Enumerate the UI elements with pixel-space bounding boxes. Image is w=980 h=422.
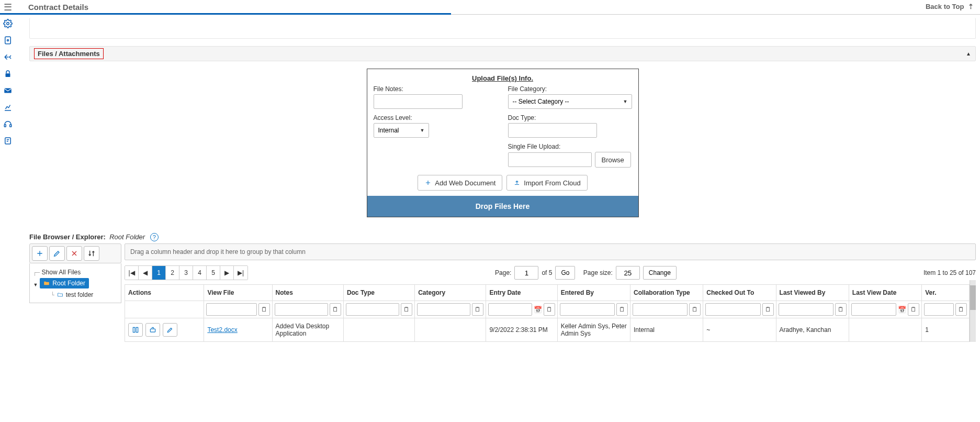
filter-icon[interactable]: 🗒 [330, 303, 341, 316]
pager-page-2[interactable]: 2 [166, 266, 179, 280]
pager-page-1[interactable]: 1 [152, 266, 166, 280]
col-category[interactable]: Category [415, 285, 486, 301]
file-link[interactable]: Test2.docx [207, 326, 237, 334]
col-notes[interactable]: Notes [272, 285, 343, 301]
file-category-select[interactable]: -- Select Category -- [508, 94, 632, 109]
pager: |◀ ◀ 1 2 3 4 5 ▶ ▶| [125, 265, 248, 280]
mail-icon[interactable] [3, 86, 13, 95]
single-file-input[interactable] [508, 152, 592, 167]
pager-first-button[interactable]: |◀ [125, 266, 139, 280]
tree-toolbar [29, 243, 121, 263]
col-doc-type[interactable]: Doc Type [343, 285, 414, 301]
single-file-label: Single File Upload: [508, 143, 632, 150]
filter-icon[interactable]: 🗒 [258, 303, 270, 316]
change-button[interactable]: Change [643, 266, 677, 280]
access-level-select[interactable]: Internal [374, 123, 429, 138]
doc-type-input[interactable] [508, 123, 597, 138]
vertical-scrollbar[interactable] [970, 280, 976, 342]
browse-button[interactable]: Browse [595, 152, 631, 168]
filter-icon[interactable]: 🗒 [762, 303, 774, 316]
filter-last-view-date[interactable] [851, 303, 896, 316]
help-icon[interactable]: ? [150, 233, 159, 241]
import-from-cloud-button[interactable]: Import From Cloud [506, 175, 587, 191]
col-entry-date[interactable]: Entry Date [486, 285, 557, 301]
collapse-icon[interactable]: ▲ [966, 51, 971, 57]
cell-checked-out: ~ [703, 318, 776, 342]
add-folder-button[interactable] [32, 246, 48, 261]
scrollbar-thumb[interactable] [970, 285, 976, 310]
col-checked-out[interactable]: Checked Out To [703, 285, 776, 301]
col-collab-type[interactable]: Collaboration Type [630, 285, 703, 301]
progress-bar [0, 13, 451, 15]
tree-connector: └ [51, 292, 54, 298]
add-web-document-button[interactable]: Add Web Document [418, 175, 502, 191]
filter-icon[interactable]: 🗒 [835, 303, 847, 316]
filter-doc-type[interactable] [346, 303, 399, 316]
edit-folder-button[interactable] [49, 246, 65, 261]
filter-icon[interactable]: 🗒 [401, 303, 412, 316]
page-label: Page: [495, 269, 511, 276]
filter-category[interactable] [417, 303, 470, 316]
drop-zone[interactable]: Drop Files Here [367, 196, 638, 217]
back-to-top-label: Back to Top [926, 3, 964, 10]
menu-icon[interactable]: ☰ [0, 2, 16, 13]
col-view-file[interactable]: View File [204, 285, 272, 301]
subfolder-label: test folder [66, 291, 94, 298]
row-view-button[interactable] [128, 323, 143, 337]
share-icon[interactable] [3, 52, 13, 62]
filter-last-viewed-by[interactable] [779, 303, 833, 316]
filter-entered-by[interactable] [560, 303, 615, 316]
filter-notes[interactable] [275, 303, 328, 316]
row-edit-button[interactable] [163, 323, 177, 337]
chart-icon[interactable] [3, 103, 13, 112]
tree-collapse-icon[interactable]: ▼ [33, 282, 38, 287]
sort-button[interactable] [84, 246, 99, 261]
col-last-viewed-by[interactable]: Last Viewed By [776, 285, 849, 301]
row-toolbox-button[interactable] [145, 323, 160, 337]
filter-view-file[interactable] [206, 303, 256, 316]
col-last-view-date[interactable]: Last View Date [849, 285, 921, 301]
filter-icon[interactable]: 🗒 [544, 303, 555, 316]
calendar-icon[interactable]: 📅 [898, 306, 906, 314]
page-size-input[interactable] [616, 266, 640, 280]
pager-prev-button[interactable]: ◀ [139, 266, 152, 280]
show-all-files-link[interactable]: Show All Files [42, 269, 81, 276]
go-button[interactable]: Go [555, 266, 575, 280]
pager-last-button[interactable]: ▶| [234, 266, 247, 280]
group-drop-bar[interactable]: Drag a column header and drop it here to… [125, 243, 976, 260]
lock-icon[interactable] [3, 69, 13, 79]
filter-ver[interactable] [924, 303, 954, 316]
filter-icon[interactable]: 🗒 [908, 303, 919, 316]
gear-icon[interactable] [3, 19, 13, 28]
col-ver[interactable]: Ver. [922, 285, 970, 301]
browser-current-folder: Root Folder [109, 233, 145, 241]
file-notes-label: File Notes: [374, 85, 498, 93]
filter-icon[interactable]: 🗒 [472, 303, 483, 316]
pager-page-3[interactable]: 3 [179, 266, 193, 280]
pager-page-4[interactable]: 4 [193, 266, 207, 280]
col-entered-by[interactable]: Entered By [557, 285, 630, 301]
filter-checked-out[interactable] [705, 303, 760, 316]
root-folder-node[interactable]: Root Folder [40, 278, 89, 288]
subfolder-node[interactable]: └ test folder [51, 291, 118, 298]
col-actions[interactable]: Actions [125, 285, 204, 301]
headset-icon[interactable] [3, 119, 13, 129]
delete-folder-button[interactable] [66, 246, 82, 261]
file-notes-input[interactable] [374, 94, 463, 109]
filter-icon[interactable]: 🗒 [689, 303, 701, 316]
filter-icon[interactable]: 🗒 [955, 303, 967, 316]
back-to-top-link[interactable]: Back to Top ⇡ [926, 3, 974, 10]
filter-collab-type[interactable] [633, 303, 688, 316]
page-size-label: Page size: [583, 269, 613, 276]
cell-doc-type [343, 318, 414, 342]
note-icon[interactable] [3, 136, 13, 146]
filter-icon[interactable]: 🗒 [616, 303, 628, 316]
folder-icon [43, 280, 50, 286]
pager-page-5[interactable]: 5 [207, 266, 220, 280]
pager-next-button[interactable]: ▶ [220, 266, 234, 280]
upload-cloud-icon [513, 179, 521, 186]
document-icon[interactable] [3, 36, 13, 45]
calendar-icon[interactable]: 📅 [534, 306, 542, 314]
filter-entry-date[interactable] [488, 303, 532, 316]
page-input[interactable] [514, 266, 538, 280]
